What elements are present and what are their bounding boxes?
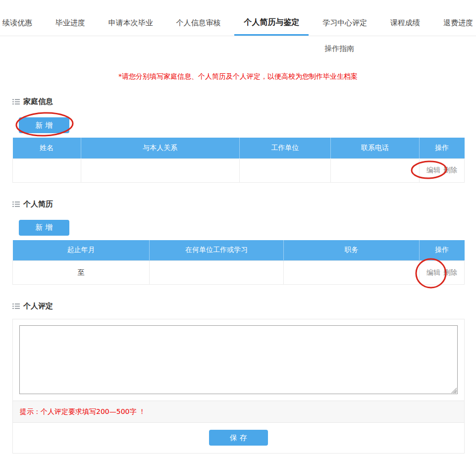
- resume-edit-link[interactable]: 编辑: [425, 268, 442, 276]
- section-title-assessment: 个人评定: [12, 302, 476, 311]
- tab-resume-appraisal-active[interactable]: 个人简历与鉴定: [244, 17, 299, 36]
- resume-table: 起止年月 在何单位工作或学习 职务 操作 至 编辑删除: [12, 240, 465, 285]
- resume-cell-unit: [150, 261, 284, 285]
- section-title-family-info: 家庭信息: [12, 97, 476, 106]
- resume-delete-link[interactable]: 删除: [442, 268, 459, 276]
- tab-operation-guide[interactable]: 操作指南: [324, 44, 354, 53]
- family-table-row: 编辑删除: [13, 158, 465, 182]
- graduation-resume-page: 续读优惠 毕业进度 申请本次毕业 个人信息审核 个人简历与鉴定 学习中心评定 课…: [0, 0, 476, 457]
- list-icon: [12, 99, 20, 105]
- tab-refund-progress[interactable]: 退费进度: [443, 18, 473, 36]
- save-button[interactable]: 保 存: [209, 430, 268, 446]
- family-edit-link[interactable]: 编辑: [425, 166, 442, 174]
- resume-col-period: 起止年月: [13, 240, 150, 261]
- section-title-assessment-label: 个人评定: [23, 302, 53, 311]
- notice-text: *请您分别填写家庭信息、个人简历及个人评定，以便高校为您制作毕业生档案: [0, 72, 476, 81]
- assessment-panel: 提示：个人评定要求填写200—500字 ！ 保 存: [12, 319, 465, 454]
- tab-course-grades[interactable]: 课程成绩: [390, 18, 420, 36]
- family-table-header-row: 姓名 与本人关系 工作单位 联系电话 操作: [13, 138, 465, 158]
- tab-graduation-progress[interactable]: 毕业进度: [55, 18, 85, 36]
- family-add-button[interactable]: 新 增: [19, 117, 69, 133]
- family-col-relation: 与本人关系: [81, 138, 239, 158]
- resume-col-position: 职务: [284, 240, 420, 261]
- tab-list: 续读优惠 毕业进度 申请本次毕业 个人信息审核 个人简历与鉴定 学习中心评定 课…: [0, 0, 476, 36]
- family-col-name: 姓名: [13, 138, 81, 158]
- assessment-textarea-wrap: [13, 319, 464, 401]
- list-icon: [12, 201, 20, 207]
- list-icon: [12, 303, 20, 309]
- family-col-operation: 操作: [419, 138, 464, 158]
- tab-apply-graduation[interactable]: 申请本次毕业: [108, 18, 153, 36]
- tab-bar: 续读优惠 毕业进度 申请本次毕业 个人信息审核 个人简历与鉴定 学习中心评定 课…: [0, 0, 476, 36]
- section-title-resume: 个人简历: [12, 200, 476, 209]
- family-cell-workplace: [239, 158, 330, 182]
- section-title-resume-label: 个人简历: [23, 200, 53, 209]
- tab-personal-info-review[interactable]: 个人信息审核: [176, 18, 221, 36]
- assessment-textarea[interactable]: [19, 325, 458, 394]
- resume-cell-operations: 编辑删除: [419, 261, 464, 285]
- resume-col-unit: 在何单位工作或学习: [150, 240, 284, 261]
- family-col-phone: 联系电话: [331, 138, 420, 158]
- save-row: 保 存: [13, 423, 464, 453]
- section-title-family-label: 家庭信息: [23, 97, 53, 106]
- resume-table-row: 至 编辑删除: [13, 261, 465, 285]
- tab-renewal-discount[interactable]: 续读优惠: [2, 18, 32, 36]
- family-table: 姓名 与本人关系 工作单位 联系电话 操作 编辑删除: [12, 138, 465, 183]
- family-delete-link[interactable]: 删除: [442, 166, 459, 174]
- resume-cell-position: [284, 261, 420, 285]
- resume-col-operation: 操作: [419, 240, 464, 261]
- tab-learning-center-assessment[interactable]: 学习中心评定: [322, 18, 367, 36]
- family-cell-relation: [81, 158, 239, 182]
- family-cell-phone: [331, 158, 420, 182]
- assessment-hint: 提示：个人评定要求填写200—500字 ！: [13, 401, 464, 423]
- resume-table-header-row: 起止年月 在何单位工作或学习 职务 操作: [13, 240, 465, 261]
- family-col-workplace: 工作单位: [239, 138, 330, 158]
- resume-add-button[interactable]: 新 增: [19, 220, 69, 236]
- resume-cell-period: 至: [13, 261, 150, 285]
- family-cell-name: [13, 158, 81, 182]
- family-cell-operations: 编辑删除: [419, 158, 464, 182]
